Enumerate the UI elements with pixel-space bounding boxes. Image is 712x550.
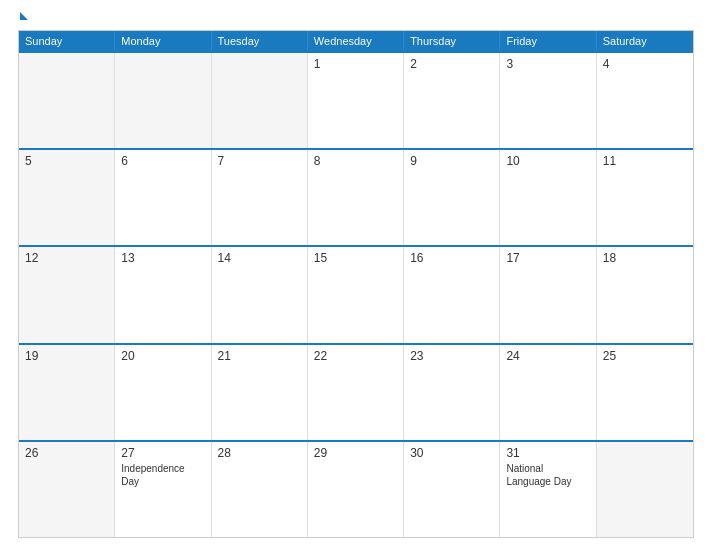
holiday-label: National Language Day bbox=[506, 462, 589, 488]
day-number: 24 bbox=[506, 349, 589, 363]
day-number: 17 bbox=[506, 251, 589, 265]
day-cell: 3 bbox=[500, 53, 596, 148]
day-number: 23 bbox=[410, 349, 493, 363]
week-row-1: 567891011 bbox=[19, 148, 693, 245]
day-number: 27 bbox=[121, 446, 204, 460]
day-header-monday: Monday bbox=[115, 31, 211, 51]
logo-triangle-icon bbox=[20, 12, 28, 20]
day-cell: 24 bbox=[500, 345, 596, 440]
day-number: 7 bbox=[218, 154, 301, 168]
day-header-saturday: Saturday bbox=[597, 31, 693, 51]
day-cell: 9 bbox=[404, 150, 500, 245]
day-number: 15 bbox=[314, 251, 397, 265]
day-number: 28 bbox=[218, 446, 301, 460]
day-number: 31 bbox=[506, 446, 589, 460]
day-number: 21 bbox=[218, 349, 301, 363]
day-cell: 31National Language Day bbox=[500, 442, 596, 537]
day-number: 26 bbox=[25, 446, 108, 460]
day-header-thursday: Thursday bbox=[404, 31, 500, 51]
day-number: 22 bbox=[314, 349, 397, 363]
day-cell bbox=[597, 442, 693, 537]
day-cell: 28 bbox=[212, 442, 308, 537]
week-row-0: 1234 bbox=[19, 51, 693, 148]
week-row-2: 12131415161718 bbox=[19, 245, 693, 342]
day-number: 8 bbox=[314, 154, 397, 168]
day-cell: 7 bbox=[212, 150, 308, 245]
day-number: 10 bbox=[506, 154, 589, 168]
day-number: 25 bbox=[603, 349, 687, 363]
day-number: 2 bbox=[410, 57, 493, 71]
day-number: 11 bbox=[603, 154, 687, 168]
day-cell: 18 bbox=[597, 247, 693, 342]
day-number: 1 bbox=[314, 57, 397, 71]
day-cell: 29 bbox=[308, 442, 404, 537]
day-cell: 2 bbox=[404, 53, 500, 148]
day-headers-row: SundayMondayTuesdayWednesdayThursdayFrid… bbox=[19, 31, 693, 51]
day-number: 13 bbox=[121, 251, 204, 265]
day-cell: 27Independence Day bbox=[115, 442, 211, 537]
day-cell: 15 bbox=[308, 247, 404, 342]
day-number: 30 bbox=[410, 446, 493, 460]
day-cell: 23 bbox=[404, 345, 500, 440]
day-cell: 20 bbox=[115, 345, 211, 440]
day-cell: 26 bbox=[19, 442, 115, 537]
day-cell: 11 bbox=[597, 150, 693, 245]
day-number: 5 bbox=[25, 154, 108, 168]
day-cell: 8 bbox=[308, 150, 404, 245]
day-number: 29 bbox=[314, 446, 397, 460]
day-number: 20 bbox=[121, 349, 204, 363]
day-cell: 21 bbox=[212, 345, 308, 440]
calendar-header bbox=[18, 12, 694, 22]
day-cell: 30 bbox=[404, 442, 500, 537]
day-cell: 13 bbox=[115, 247, 211, 342]
day-number: 4 bbox=[603, 57, 687, 71]
day-cell: 6 bbox=[115, 150, 211, 245]
day-number: 19 bbox=[25, 349, 108, 363]
calendar-grid: SundayMondayTuesdayWednesdayThursdayFrid… bbox=[18, 30, 694, 538]
day-number: 9 bbox=[410, 154, 493, 168]
day-cell bbox=[115, 53, 211, 148]
day-cell: 25 bbox=[597, 345, 693, 440]
day-cell: 19 bbox=[19, 345, 115, 440]
day-header-tuesday: Tuesday bbox=[212, 31, 308, 51]
day-number: 14 bbox=[218, 251, 301, 265]
day-cell: 1 bbox=[308, 53, 404, 148]
day-number: 3 bbox=[506, 57, 589, 71]
calendar-page: SundayMondayTuesdayWednesdayThursdayFrid… bbox=[0, 0, 712, 550]
week-row-4: 2627Independence Day28293031National Lan… bbox=[19, 440, 693, 537]
day-header-wednesday: Wednesday bbox=[308, 31, 404, 51]
day-cell: 4 bbox=[597, 53, 693, 148]
day-number: 16 bbox=[410, 251, 493, 265]
holiday-label: Independence Day bbox=[121, 462, 204, 488]
day-header-sunday: Sunday bbox=[19, 31, 115, 51]
day-cell: 16 bbox=[404, 247, 500, 342]
day-cell: 17 bbox=[500, 247, 596, 342]
weeks-container: 1234567891011121314151617181920212223242… bbox=[19, 51, 693, 537]
day-cell: 14 bbox=[212, 247, 308, 342]
day-number: 12 bbox=[25, 251, 108, 265]
day-cell: 22 bbox=[308, 345, 404, 440]
day-number: 18 bbox=[603, 251, 687, 265]
logo bbox=[18, 12, 28, 22]
week-row-3: 19202122232425 bbox=[19, 343, 693, 440]
day-cell: 12 bbox=[19, 247, 115, 342]
day-cell bbox=[212, 53, 308, 148]
day-cell: 10 bbox=[500, 150, 596, 245]
day-cell: 5 bbox=[19, 150, 115, 245]
day-header-friday: Friday bbox=[500, 31, 596, 51]
day-number: 6 bbox=[121, 154, 204, 168]
day-cell bbox=[19, 53, 115, 148]
